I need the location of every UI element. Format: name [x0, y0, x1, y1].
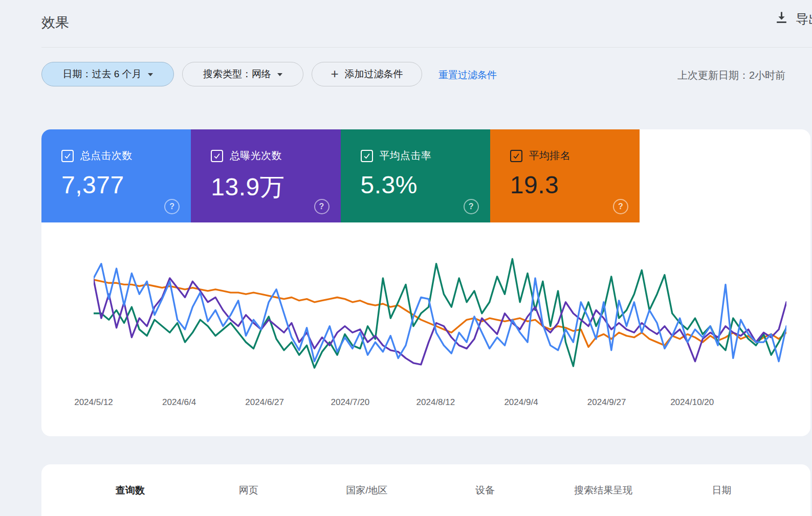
search-type-filter-chip[interactable]: 搜索类型：网络: [182, 62, 303, 86]
x-axis-label: 2024/7/20: [331, 397, 369, 408]
metric-label: 平均点击率: [380, 149, 432, 163]
metric-label: 总点击次数: [80, 149, 133, 163]
checked-checkbox-icon[interactable]: [361, 150, 373, 162]
dimension-tabs-panel: 查询数 网页 国家/地区 设备 搜索结果呈现 日期: [41, 464, 810, 516]
x-axis-label: 2024/9/4: [504, 397, 538, 408]
chevron-down-icon: [148, 73, 153, 76]
checked-checkbox-icon[interactable]: [211, 150, 223, 162]
performance-line-chart[interactable]: [94, 230, 786, 390]
tab-countries[interactable]: 国家/地区: [308, 484, 426, 497]
total-impressions-card[interactable]: 总曝光次数 13.9万 ?: [191, 129, 340, 222]
help-icon[interactable]: ?: [613, 199, 628, 214]
checked-checkbox-icon[interactable]: [510, 150, 522, 162]
help-icon[interactable]: ?: [314, 199, 330, 214]
metric-value: 19.3: [510, 171, 640, 199]
search-console-performance-page: { "page": { "title": "效果" }, "header": {…: [0, 0, 812, 516]
total-clicks-card[interactable]: 总点击次数 7,377 ?: [41, 129, 191, 222]
date-filter-chip[interactable]: 日期：过去 6 个月: [41, 62, 174, 86]
tab-pages[interactable]: 网页: [189, 484, 308, 497]
series-line-1: [94, 278, 786, 365]
series-line-2: [94, 259, 786, 368]
average-ctr-card[interactable]: 平均点击率 5.3% ?: [341, 129, 490, 222]
average-position-card[interactable]: 平均排名 19.3 ?: [490, 129, 640, 222]
x-axis-label: 2024/9/27: [587, 397, 626, 408]
x-axis-labels: 2024/5/122024/6/42024/6/272024/7/202024/…: [41, 397, 810, 411]
last-updated-text: 上次更新日期：2小时前: [677, 69, 785, 82]
metric-cards: 总点击次数 7,377 ? 总曝光次数 13.9万 ? 平均点击率 5.3%: [41, 129, 640, 222]
tab-dates[interactable]: 日期: [663, 484, 781, 497]
performance-panel: 总点击次数 7,377 ? 总曝光次数 13.9万 ? 平均点击率 5.3%: [41, 129, 810, 436]
x-axis-label: 2024/5/12: [74, 397, 113, 408]
x-axis-label: 2024/6/4: [162, 397, 196, 408]
page-title: 效果: [41, 13, 69, 32]
x-axis-label: 2024/8/12: [416, 397, 455, 408]
export-label: 导出: [796, 11, 812, 28]
reset-filters-link[interactable]: 重置过滤条件: [438, 69, 497, 82]
x-axis-label: 2024/6/27: [245, 397, 284, 408]
help-icon[interactable]: ?: [164, 199, 180, 214]
add-filter-label: 添加过滤条件: [345, 68, 403, 81]
metric-label: 平均排名: [529, 149, 570, 163]
tab-devices[interactable]: 设备: [426, 484, 544, 497]
metric-label: 总曝光次数: [230, 149, 282, 163]
add-filter-chip[interactable]: + 添加过滤条件: [312, 62, 422, 86]
tab-search-appearance[interactable]: 搜索结果呈现: [544, 484, 663, 497]
chevron-down-icon: [277, 73, 282, 76]
plus-icon: +: [331, 67, 338, 80]
export-button[interactable]: 导出: [775, 10, 812, 28]
checked-checkbox-icon[interactable]: [61, 150, 74, 162]
metric-value: 5.3%: [361, 171, 490, 199]
download-icon: [775, 10, 788, 28]
tab-row: 查询数 网页 国家/地区 设备 搜索结果呈现 日期: [41, 464, 810, 516]
tab-queries[interactable]: 查询数: [71, 484, 189, 497]
filter-bar: 日期：过去 6 个月 搜索类型：网络 + 添加过滤条件: [41, 62, 422, 86]
help-icon[interactable]: ?: [464, 199, 479, 214]
x-axis-label: 2024/10/20: [670, 397, 714, 408]
series-line-3: [94, 280, 786, 347]
metric-value: 7,377: [61, 171, 191, 199]
header-divider: [41, 47, 812, 48]
search-type-label: 搜索类型：网络: [203, 68, 271, 81]
date-filter-label: 日期：过去 6 个月: [62, 68, 141, 81]
